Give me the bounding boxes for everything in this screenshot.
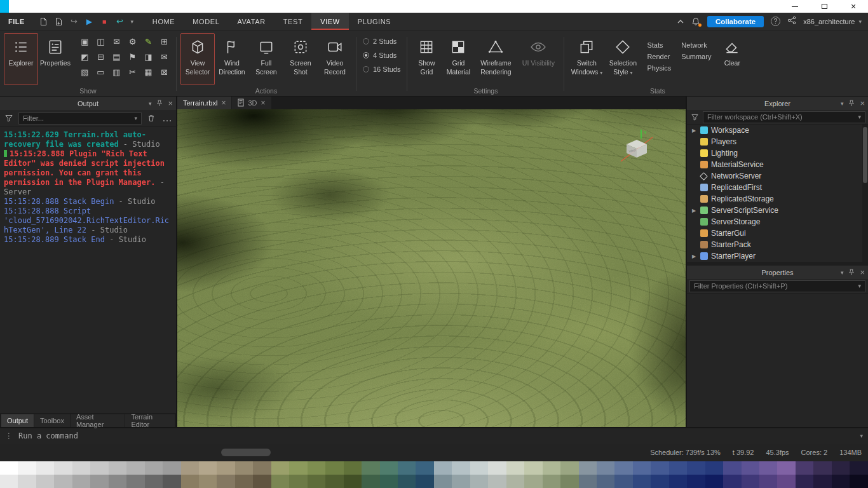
selection-style-button[interactable]: Selection Style ▾ xyxy=(605,33,641,85)
show-toggle-4-icon[interactable]: ⚙ xyxy=(125,34,140,49)
explorer-item-networkserver[interactable]: NetworkServer xyxy=(687,170,868,182)
collaborate-button[interactable]: Collaborate xyxy=(707,16,764,27)
explorer-scrollbar[interactable] xyxy=(862,125,868,262)
stud-option-2[interactable]: 2 Studs xyxy=(363,37,397,45)
show-toggle-1-icon[interactable]: ▣ xyxy=(77,34,93,49)
panel-menu-caret-icon[interactable]: ▾ xyxy=(149,100,152,107)
command-bar-placeholder[interactable]: Run a command xyxy=(18,431,78,440)
redo-icon[interactable]: ↪ xyxy=(67,15,81,29)
explorer-item-lighting[interactable]: Lighting xyxy=(687,147,868,159)
show-toggle-11-icon[interactable]: ◨ xyxy=(140,49,156,64)
close-panel-icon[interactable]: × xyxy=(860,99,865,107)
output-log[interactable]: 15:15:22.629 Terrain.rbxl auto-recovery … xyxy=(0,127,176,413)
show-toggle-5-icon[interactable]: ✎ xyxy=(140,34,156,49)
show-toggle-8-icon[interactable]: ⊟ xyxy=(93,49,109,64)
show-toggle-6-icon[interactable]: ⊞ xyxy=(156,34,172,49)
properties-filter-input[interactable]: Filter Properties (Ctrl+Shift+P) ▾ xyxy=(689,280,865,292)
panel-tab-toolbox[interactable]: Toolbox xyxy=(34,414,70,427)
more-options-icon[interactable]: … xyxy=(161,112,173,125)
screen-shot-button[interactable]: Screen Shot xyxy=(283,33,318,85)
show-toggle-12-icon[interactable]: ✉ xyxy=(156,49,172,64)
explorer-item-starterplayer[interactable]: ▶StarterPlayer xyxy=(687,250,868,262)
explorer-item-serverstorage[interactable]: ServerStorage xyxy=(687,216,868,227)
show-toggle-2-icon[interactable]: ◫ xyxy=(93,34,109,49)
full-screen-button[interactable]: Full Screen xyxy=(249,33,283,85)
minimize-button[interactable] xyxy=(780,0,810,13)
explorer-item-players[interactable]: Players xyxy=(687,136,868,147)
document-tab-3d[interactable]: 3D × xyxy=(232,97,271,109)
funnel-icon[interactable] xyxy=(3,112,15,125)
show-toggle-14-icon[interactable]: ▭ xyxy=(93,64,109,79)
stud-option-4[interactable]: 4 Studs xyxy=(363,51,397,59)
notifications-bell-icon[interactable] xyxy=(691,17,700,26)
command-bar[interactable]: ⋮ Run a command ▾ xyxy=(0,427,868,444)
output-filter-dropdown[interactable]: Filter... ▾ xyxy=(18,112,142,125)
scrollbar-thumb[interactable] xyxy=(863,127,867,183)
wind-direction-button[interactable]: Wind Direction xyxy=(215,33,249,85)
stats-item-stats[interactable]: Stats xyxy=(647,41,671,49)
stud-option-16[interactable]: 16 Studs xyxy=(363,65,400,73)
show-grid-button[interactable]: Show Grid xyxy=(411,33,442,85)
tab-view[interactable]: VIEW xyxy=(311,13,349,30)
explorer-item-workspace[interactable]: ▶Workspace xyxy=(687,125,868,136)
stats-item-network[interactable]: Network xyxy=(681,41,711,49)
view-selector-button[interactable]: View Selector xyxy=(180,33,215,85)
close-tab-icon[interactable]: × xyxy=(221,99,226,107)
grid-material-button[interactable]: Grid Material xyxy=(442,33,475,85)
explorer-item-serverscriptservice[interactable]: ▶ServerScriptService xyxy=(687,205,868,216)
new-file-icon[interactable] xyxy=(37,15,50,29)
share-icon[interactable] xyxy=(787,16,796,27)
explorer-item-replicatedfirst[interactable]: ReplicatedFirst xyxy=(687,182,868,193)
explorer-item-starterpack[interactable]: StarterPack xyxy=(687,239,868,250)
tab-home[interactable]: HOME xyxy=(144,13,184,30)
explorer-item-startergui[interactable]: StarterGui xyxy=(687,227,868,239)
show-toggle-16-icon[interactable]: ✂ xyxy=(125,64,140,79)
explorer-item-replicatedstorage[interactable]: ReplicatedStorage xyxy=(687,193,868,205)
switch-windows-button[interactable]: Switch Windows ▾ xyxy=(568,33,605,85)
pin-icon[interactable] xyxy=(848,267,855,278)
show-toggle-13-icon[interactable]: ▧ xyxy=(77,64,93,79)
wireframe-rendering-button[interactable]: Wireframe Rendering xyxy=(475,33,517,85)
explorer-filter-input[interactable]: Filter workspace (Ctrl+Shift+X) ▾ xyxy=(703,111,865,123)
3d-viewport[interactable]: Y West xyxy=(177,109,686,427)
show-toggle-17-icon[interactable]: ▦ xyxy=(140,64,156,79)
expand-arrow-icon[interactable]: ▶ xyxy=(691,128,697,133)
tab-plugins[interactable]: PLUGINS xyxy=(349,13,400,30)
close-panel-icon[interactable]: × xyxy=(168,99,173,107)
show-toggle-9-icon[interactable]: ▤ xyxy=(109,49,125,64)
ui-visibility-button[interactable]: UI Visibility xyxy=(517,33,560,85)
show-toggle-7-icon[interactable]: ◩ xyxy=(77,49,93,64)
stats-item-summary[interactable]: Summary xyxy=(681,53,711,60)
help-icon[interactable]: ? xyxy=(771,17,780,26)
tab-model[interactable]: MODEL xyxy=(184,13,228,30)
show-toggle-18-icon[interactable]: ⊠ xyxy=(156,64,172,79)
stats-item-physics[interactable]: Physics xyxy=(647,64,671,72)
show-toggle-3-icon[interactable]: ✉ xyxy=(109,34,125,49)
show-toggle-10-icon[interactable]: ⚑ xyxy=(125,49,140,64)
pin-icon[interactable] xyxy=(848,98,855,109)
tab-test[interactable]: TEST xyxy=(275,13,312,30)
expand-arrow-icon[interactable]: ▶ xyxy=(691,254,697,259)
stop-icon[interactable]: ■ xyxy=(98,15,111,29)
properties-toggle-button[interactable]: Properties xyxy=(38,33,72,85)
clear-stats-button[interactable]: Clear xyxy=(717,33,747,85)
show-toggle-15-icon[interactable]: ▥ xyxy=(109,64,125,79)
collapse-ribbon-icon[interactable] xyxy=(677,16,684,27)
close-tab-icon[interactable]: × xyxy=(261,99,265,107)
file-menu-button[interactable]: FILE xyxy=(0,18,33,25)
stats-item-render[interactable]: Render xyxy=(647,53,671,60)
document-tab-terrain[interactable]: Terrain.rbxl × xyxy=(177,97,231,109)
chevron-down-icon[interactable]: ▾ xyxy=(860,433,863,439)
undo-icon[interactable]: ↩ xyxy=(113,15,126,29)
panel-tab-terrain-editor[interactable]: Terrain Editor xyxy=(125,414,175,427)
clear-output-icon[interactable] xyxy=(145,112,158,125)
expand-arrow-icon[interactable]: ▶ xyxy=(691,208,697,214)
view-selector-cube[interactable]: Y West xyxy=(617,127,658,169)
drag-handle-icon[interactable]: ⋮ xyxy=(5,431,13,440)
panel-menu-caret-icon[interactable]: ▾ xyxy=(841,269,844,276)
panel-menu-caret-icon[interactable]: ▾ xyxy=(841,100,844,107)
play-icon[interactable]: ▶ xyxy=(83,15,96,29)
video-record-button[interactable]: Video Record xyxy=(318,33,352,85)
panel-tab-output[interactable]: Output xyxy=(1,414,34,427)
account-menu[interactable]: x86_architecture ▾ xyxy=(803,18,862,25)
